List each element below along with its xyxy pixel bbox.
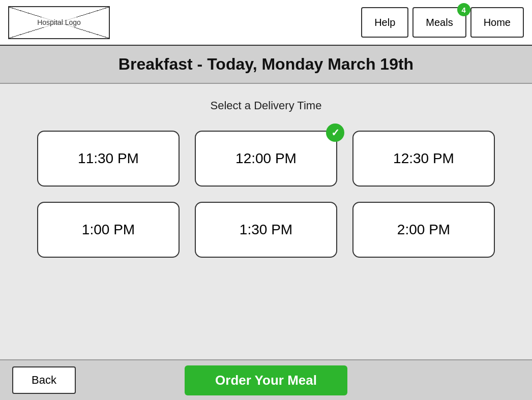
page-title: Breakfast - Today, Monday March 19th xyxy=(119,55,413,73)
selected-checkmark: ✓ xyxy=(326,124,344,142)
footer: Back Order Your Meal xyxy=(0,359,532,400)
header: Hospital Logo Help Meals 4 Home xyxy=(0,0,532,46)
help-button[interactable]: Help xyxy=(361,7,408,38)
back-button[interactable]: Back xyxy=(12,366,76,394)
time-label-130pm: 1:30 PM xyxy=(240,222,292,238)
meals-badge: 4 xyxy=(457,3,470,16)
time-label-200pm: 2:00 PM xyxy=(397,222,450,238)
time-label-100pm: 1:00 PM xyxy=(82,222,135,238)
time-slot-100pm[interactable]: 1:00 PM xyxy=(37,202,180,258)
delivery-subtitle: Select a Delivery Time xyxy=(31,99,501,112)
time-label-1130pm: 11:30 PM xyxy=(78,150,139,167)
time-slot-200pm[interactable]: 2:00 PM xyxy=(352,202,495,258)
time-slot-130pm[interactable]: 1:30 PM xyxy=(195,202,337,258)
header-nav: Help Meals 4 Home xyxy=(361,7,524,38)
order-button[interactable]: Order Your Meal xyxy=(185,365,347,395)
page-title-bar: Breakfast - Today, Monday March 19th xyxy=(0,46,532,84)
content-wrapper: Breakfast - Today, Monday March 19th Sel… xyxy=(0,46,532,359)
meals-wrapper: Meals 4 xyxy=(412,7,466,38)
time-slot-1230pm[interactable]: 12:30 PM xyxy=(352,131,495,187)
time-label-1200pm: 12:00 PM xyxy=(235,150,297,167)
time-label-1230pm: 12:30 PM xyxy=(393,150,454,167)
logo-text: Hospital Logo xyxy=(35,17,83,27)
home-button[interactable]: Home xyxy=(470,7,524,38)
hospital-logo: Hospital Logo xyxy=(8,6,110,39)
main-content: Select a Delivery Time 11:30 PM 12:00 PM… xyxy=(0,84,532,359)
time-slot-1200pm[interactable]: 12:00 PM ✓ xyxy=(195,131,337,187)
time-grid: 11:30 PM 12:00 PM ✓ 12:30 PM 1:00 PM 1:3… xyxy=(37,131,495,258)
time-slot-1130pm[interactable]: 11:30 PM xyxy=(37,131,180,187)
